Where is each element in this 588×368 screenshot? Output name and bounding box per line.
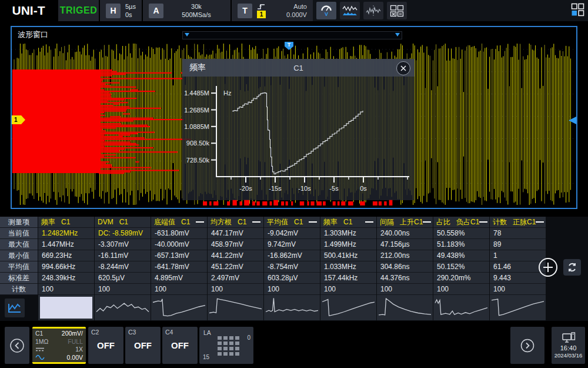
measure-value-cell: -3.307mV	[95, 239, 151, 250]
measure-value-cell: 50.152%	[433, 261, 489, 273]
sample-rate-value: 500MSa/s	[182, 11, 211, 18]
layout-grid-icon	[571, 3, 584, 16]
measure-sparkline[interactable]	[490, 295, 546, 320]
measure-value-cell: 61.46	[490, 261, 546, 273]
refresh-icon	[567, 262, 577, 273]
selected-measure-indicator[interactable]	[38, 295, 94, 320]
scroll-dash-icon	[365, 221, 373, 223]
channel2-state: OFF	[91, 340, 121, 350]
measure-value-cell: 100	[490, 284, 546, 295]
svg-text:-20s: -20s	[239, 185, 252, 192]
memory-depth-value: 30k	[191, 3, 202, 10]
voltmeter-button[interactable]: V	[316, 2, 336, 19]
horizontal-key[interactable]: H	[106, 4, 121, 18]
la-label: LA	[203, 329, 211, 336]
measure-value-cell: 248.39kHz	[38, 273, 94, 284]
dc-coupling-icon	[35, 347, 45, 352]
measure-column-header[interactable]: 计数正脉C1	[490, 217, 546, 228]
channel2-card[interactable]: C2 OFF	[88, 327, 123, 364]
channel4-card[interactable]: C4 OFF	[162, 327, 198, 364]
svg-text:0s: 0s	[360, 185, 367, 192]
measure-channel: C1	[119, 218, 128, 226]
channel3-label: C3	[128, 329, 158, 336]
measure-sparkline[interactable]	[433, 295, 489, 320]
scrollbar-right-marker-icon[interactable]	[395, 33, 400, 37]
row-label: 计数	[0, 284, 38, 295]
measure-column-header[interactable]: DVMC1	[95, 217, 151, 228]
channel2-label: C2	[91, 329, 121, 336]
measure-value-cell: -8.244mV	[95, 261, 151, 273]
la-low-channel: 15	[203, 354, 209, 360]
measure-column-9: 计数正脉C17889161.469.443100	[490, 217, 546, 320]
collapse-panel-button[interactable]	[5, 327, 29, 364]
spectrum-view-button[interactable]	[340, 2, 360, 19]
svg-text:1.4485M: 1.4485M	[184, 89, 209, 97]
measure-column-header[interactable]: 频率C1	[38, 217, 94, 228]
add-measurement-button[interactable]	[539, 258, 557, 277]
scrollbar-left-marker-icon[interactable]	[185, 33, 189, 37]
horizontal-position-value: 0s	[125, 11, 136, 18]
channel3-card[interactable]: C3 OFF	[125, 327, 161, 364]
measure-column-6: 频率C11.303MHz1.499MHz500.41kHz1.033MHz157…	[320, 217, 376, 320]
measure-sparkline[interactable]	[208, 295, 263, 320]
measurement-table: 测量项当前值最大值最小值平均值标准差计数频率C11.2482MHz1.447MH…	[0, 217, 588, 321]
brand-logo: UNI-T	[0, 0, 57, 21]
measure-column-header[interactable]: 平均值C1	[264, 217, 320, 228]
measure-value-cell: 240.00ns	[377, 228, 433, 239]
measure-column-7: 间隔上升C1240.00ns47.156µs212.00ns304.86ns44…	[377, 217, 433, 320]
measure-sparkline[interactable]	[95, 295, 151, 320]
channel1-impedance: 1MΩ	[35, 338, 48, 345]
measure-sparkline[interactable]	[264, 295, 320, 320]
scroll-dash-icon	[252, 221, 260, 223]
channel1-card[interactable]: C1 200mV/ 1MΩ FULL 1X 0.00V	[32, 327, 86, 364]
measure-column-header[interactable]: 间隔上升C1	[377, 217, 433, 228]
channel1-scale: 200mV/	[62, 330, 83, 337]
acquire-settings[interactable]: A 30k 500MSa/s	[142, 0, 230, 21]
channel4-state: OFF	[165, 340, 195, 350]
chevron-right-icon	[520, 338, 535, 353]
acquire-key[interactable]: A	[149, 4, 163, 18]
svg-text:V: V	[325, 11, 328, 17]
measure-value-cell: 157.44kHz	[320, 273, 376, 284]
scroll-dash-icon	[309, 221, 317, 223]
system-clock[interactable]: 16:40 2024/03/16	[552, 327, 585, 364]
popup-header[interactable]: 频率 C1	[182, 59, 415, 77]
measure-value-cell: 451.22mV	[208, 261, 263, 273]
measure-column-header[interactable]: 底端值C1	[151, 217, 207, 228]
popup-channel-label: C1	[182, 64, 415, 72]
windows-button[interactable]	[387, 2, 407, 19]
row-label: 标准差	[0, 273, 38, 284]
measure-sparkline[interactable]	[151, 295, 207, 320]
row-label: 测量项	[0, 217, 38, 228]
horizontal-settings[interactable]: H 5µs 0s	[99, 0, 142, 21]
measure-column-header[interactable]: 占比负占C1	[433, 217, 489, 228]
measure-sparkline[interactable]	[320, 295, 376, 320]
measure-value-cell: 44.376ns	[377, 273, 433, 284]
measure-sparkline[interactable]	[377, 295, 433, 320]
channel3-state: OFF	[128, 340, 158, 350]
measure-column-3: 底端值C1-631.80mV-40.000mV-657.13mV-641.78m…	[151, 217, 207, 320]
logo-text: UNI-T	[12, 4, 45, 18]
frequency-trend-popup[interactable]: 频率 C1 1.4485M1.2685M1.0885M908.50k728.50…	[182, 59, 415, 200]
la-high-channel: 0	[247, 334, 250, 341]
expand-panel-button[interactable]	[510, 327, 544, 364]
trigger-key[interactable]: T	[238, 4, 252, 18]
channel-bar: C1 200mV/ 1MΩ FULL 1X 0.00V	[0, 323, 588, 368]
measure-column-header[interactable]: 频率C1	[320, 217, 376, 228]
close-icon[interactable]	[396, 61, 410, 75]
monitor-icon	[562, 332, 576, 344]
reset-statistics-button[interactable]	[563, 259, 581, 276]
fft-view-button[interactable]	[363, 2, 383, 19]
measure-name: 均方根	[211, 217, 232, 227]
measure-value-cell: 669.23Hz	[38, 250, 94, 261]
measure-value-cell: 304.86ns	[377, 261, 433, 273]
measure-name: 间隔	[380, 217, 394, 227]
measure-value-cell: 100	[264, 284, 320, 295]
trigger-settings[interactable]: T 1 Auto 0.000V	[230, 0, 313, 21]
logic-analyzer-card[interactable]: LA 0 15	[199, 327, 253, 364]
measure-value-cell: 9.742mV	[264, 239, 320, 250]
layout-grid-button[interactable]	[571, 3, 584, 19]
trend-chart-toggle[interactable]	[5, 299, 25, 317]
horizontal-scrollbar[interactable]	[182, 31, 402, 39]
measure-column-header[interactable]: 均方根C1	[208, 217, 263, 228]
